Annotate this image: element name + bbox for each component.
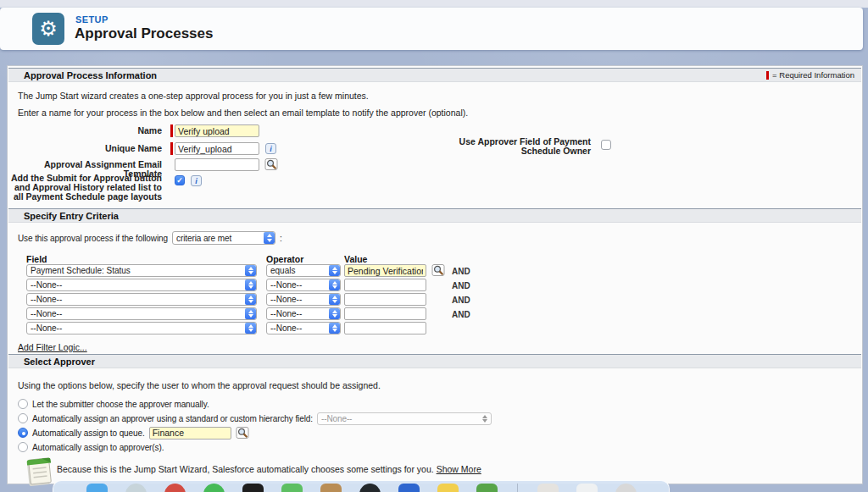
operator-column-header: Operator <box>266 254 303 264</box>
macos-dock[interactable] <box>53 480 670 492</box>
app-red-circle-icon[interactable] <box>164 484 186 492</box>
criteria-operator-select[interactable]: --None-- <box>266 322 341 334</box>
info-icon[interactable]: i <box>191 175 202 186</box>
section-title: Select Approver <box>8 357 95 367</box>
info-icon[interactable]: i <box>265 143 276 154</box>
field-value: Payment Schedule: Status <box>27 266 245 275</box>
desktop-background-strip <box>0 0 868 8</box>
select-stepper-icon <box>480 413 491 424</box>
select-stepper-icon <box>245 265 256 276</box>
option-label: Automatically assign an approver using a… <box>32 414 313 423</box>
radio-selected-icon[interactable] <box>18 428 28 438</box>
add-submit-checkbox[interactable]: ✓ <box>175 175 185 185</box>
field-value: --None-- <box>27 280 245 290</box>
approver-option-hierarchy[interactable]: Automatically assign an approver using a… <box>18 412 492 425</box>
app-green-square-icon[interactable] <box>281 484 303 492</box>
criteria-intro-text: Use this approval process if the followi… <box>18 234 168 243</box>
gear-icon: ⚙ <box>32 13 64 45</box>
intro-text-1: The Jump Start wizard creates a one-step… <box>18 91 369 101</box>
criteria-field-select[interactable]: --None-- <box>26 293 257 306</box>
show-more-link[interactable]: Show More <box>437 464 481 474</box>
app-dark-circle-icon[interactable] <box>359 484 381 492</box>
radio-icon[interactable] <box>18 399 28 409</box>
criteria-value-input[interactable] <box>344 307 426 320</box>
add-submit-label: Add the Submit for Approval button and A… <box>8 174 162 202</box>
select-stepper-icon <box>245 308 256 319</box>
value-column-header: Value <box>344 254 367 264</box>
option-label: Automatically assign to queue. <box>32 428 145 438</box>
radio-icon[interactable] <box>18 413 28 423</box>
operator-value: --None-- <box>267 280 329 290</box>
field-column-header: Field <box>26 254 47 264</box>
add-filter-logic-link[interactable]: Add Filter Logic... <box>18 342 87 352</box>
criteria-field-select[interactable]: --None-- <box>26 279 257 291</box>
dock-divider <box>517 484 518 492</box>
terminal-icon[interactable] <box>242 484 264 492</box>
document-icon[interactable] <box>537 484 559 492</box>
criteria-value-input[interactable] <box>344 293 426 306</box>
select-stepper-icon <box>329 308 340 319</box>
criteria-value-input[interactable] <box>344 279 426 291</box>
queue-input[interactable] <box>149 427 231 439</box>
name-input[interactable] <box>175 124 259 137</box>
field-value: --None-- <box>27 323 245 333</box>
criteria-operator-select[interactable]: equals <box>266 264 341 277</box>
select-stepper-icon <box>329 279 340 290</box>
use-approver-field-checkbox[interactable] <box>601 140 611 150</box>
section-header-select-approver: Select Approver <box>8 354 861 368</box>
operator-value: --None-- <box>267 323 329 333</box>
select-stepper-icon <box>264 232 275 244</box>
unique-name-input[interactable] <box>175 142 259 155</box>
required-bar-icon <box>170 124 173 137</box>
criteria-field-select[interactable]: Payment Schedule: Status <box>26 264 257 277</box>
hierarchy-field-select: --None-- <box>317 412 492 425</box>
page-title: Approval Processes <box>75 25 213 42</box>
notepad-icon <box>25 456 53 489</box>
field-value: --None-- <box>27 309 245 318</box>
trash-icon[interactable] <box>615 484 637 492</box>
section-header-specify-entry-criteria: Specify Entry Criteria <box>8 208 861 223</box>
lookup-icon[interactable] <box>431 263 446 277</box>
criteria-operator-select[interactable]: --None-- <box>266 307 341 320</box>
approval-wizard-panel: Approval Process Information = Required … <box>7 65 863 484</box>
unique-name-label: Unique Name <box>8 144 162 153</box>
criteria-operator-select[interactable]: --None-- <box>266 293 341 306</box>
and-label: AND <box>452 310 470 319</box>
criteria-value-input[interactable] <box>344 264 426 277</box>
operator-value: --None-- <box>267 295 329 304</box>
criteria-match-value: criteria are met <box>173 234 264 243</box>
approver-option-manual[interactable]: Let the submitter choose the approver ma… <box>18 397 209 411</box>
window-thumbnail-icon[interactable] <box>576 484 598 492</box>
lookup-icon[interactable] <box>236 426 250 439</box>
criteria-value-input[interactable] <box>344 322 426 334</box>
use-approver-field-label: Use Approver Field of Payment Schedule O… <box>457 137 591 156</box>
app-gray-circle-icon[interactable] <box>125 484 147 492</box>
criteria-match-row: Use this approval process if the followi… <box>18 231 282 245</box>
app-blue-flag-icon[interactable] <box>398 484 420 492</box>
app-green-circle-icon[interactable] <box>203 484 225 492</box>
required-bar-icon <box>766 71 769 80</box>
select-stepper-icon <box>329 294 340 305</box>
radio-icon[interactable] <box>18 442 28 452</box>
option-label: Automatically assign to approver(s). <box>32 443 164 452</box>
add-filter-logic-link-text[interactable]: Add Filter Logic... <box>18 342 87 352</box>
criteria-field-select[interactable]: --None-- <box>26 307 257 320</box>
criteria-operator-select[interactable]: --None-- <box>266 279 341 291</box>
twitter-icon[interactable] <box>86 484 108 492</box>
select-stepper-icon <box>245 294 256 305</box>
name-label: Name <box>8 126 162 135</box>
approver-option-queue[interactable]: Automatically assign to queue. <box>18 426 250 439</box>
select-stepper-icon <box>245 323 256 334</box>
operator-value: equals <box>267 266 329 275</box>
operator-value: --None-- <box>267 309 329 318</box>
criteria-field-select[interactable]: --None-- <box>26 322 257 334</box>
download-arrow-icon[interactable] <box>476 484 498 492</box>
setup-header: ⚙ SETUP Approval Processes <box>0 8 863 50</box>
approver-option-approvers[interactable]: Automatically assign to approver(s). <box>18 440 164 454</box>
email-template-input[interactable] <box>175 158 259 171</box>
lookup-icon[interactable] <box>264 158 279 171</box>
folder-icon[interactable] <box>437 484 459 492</box>
section-header-approval-process-information: Approval Process Information = Required … <box>8 68 861 82</box>
criteria-match-select[interactable]: criteria are met <box>172 231 275 245</box>
photos-icon[interactable] <box>320 484 342 492</box>
